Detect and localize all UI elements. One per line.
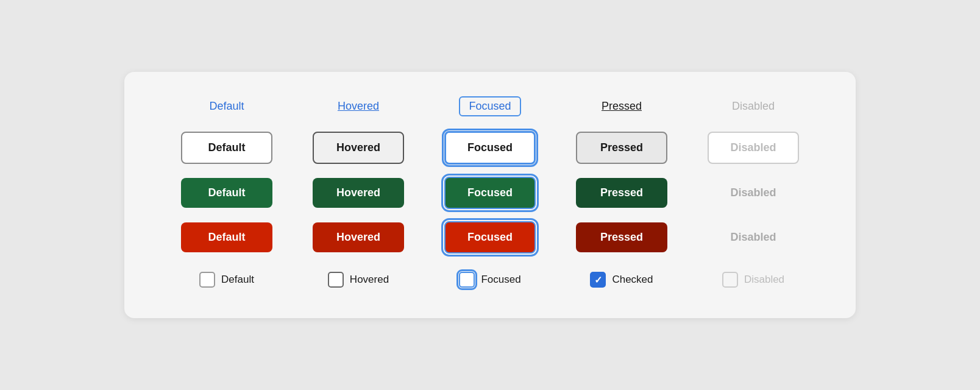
checkbox-disabled	[722, 272, 738, 288]
green-button-focused[interactable]: Focused	[444, 177, 536, 209]
header-pressed: Pressed	[602, 100, 642, 127]
checkbox-disabled-label: Disabled	[744, 274, 784, 286]
red-button-hovered[interactable]: Hovered	[313, 222, 404, 252]
checkbox-disabled-cell: Disabled	[722, 272, 784, 288]
checkbox-default-cell: Default	[199, 272, 254, 288]
header-disabled: Disabled	[732, 100, 775, 127]
checkbox-hovered-label: Hovered	[350, 274, 389, 286]
outline-button-default[interactable]: Default	[181, 132, 272, 164]
header-hovered: Hovered	[338, 100, 379, 127]
checkbox-checked-label: Checked	[612, 274, 653, 286]
checkbox-checked[interactable]	[590, 272, 606, 288]
outline-button-hovered[interactable]: Hovered	[313, 132, 404, 164]
green-button-disabled: Disabled	[708, 178, 799, 208]
green-button-hovered[interactable]: Hovered	[313, 178, 404, 208]
red-button-disabled: Disabled	[708, 222, 799, 252]
checkbox-checked-cell: Checked	[590, 272, 653, 288]
outline-button-disabled: Disabled	[708, 132, 799, 164]
red-button-pressed[interactable]: Pressed	[576, 222, 667, 252]
green-button-pressed[interactable]: Pressed	[576, 178, 667, 208]
red-button-focused[interactable]: Focused	[444, 221, 536, 254]
checkbox-focused-cell: Focused	[459, 272, 520, 288]
green-button-default[interactable]: Default	[181, 178, 272, 208]
outline-button-focused[interactable]: Focused	[444, 131, 536, 165]
checkbox-default-label: Default	[221, 274, 254, 286]
header-focused: Focused	[459, 96, 520, 116]
checkbox-default[interactable]	[199, 272, 215, 288]
checkbox-focused[interactable]	[459, 272, 475, 288]
component-showcase: Default Hovered Focused Pressed Disabled…	[124, 72, 856, 318]
checkbox-focused-label: Focused	[481, 274, 520, 286]
checkbox-hovered-cell: Hovered	[328, 272, 389, 288]
header-default: Default	[209, 100, 244, 127]
red-button-default[interactable]: Default	[181, 222, 272, 252]
checkbox-hovered[interactable]	[328, 272, 344, 288]
outline-button-pressed[interactable]: Pressed	[576, 132, 667, 164]
states-grid: Default Hovered Focused Pressed Disabled…	[161, 96, 819, 288]
